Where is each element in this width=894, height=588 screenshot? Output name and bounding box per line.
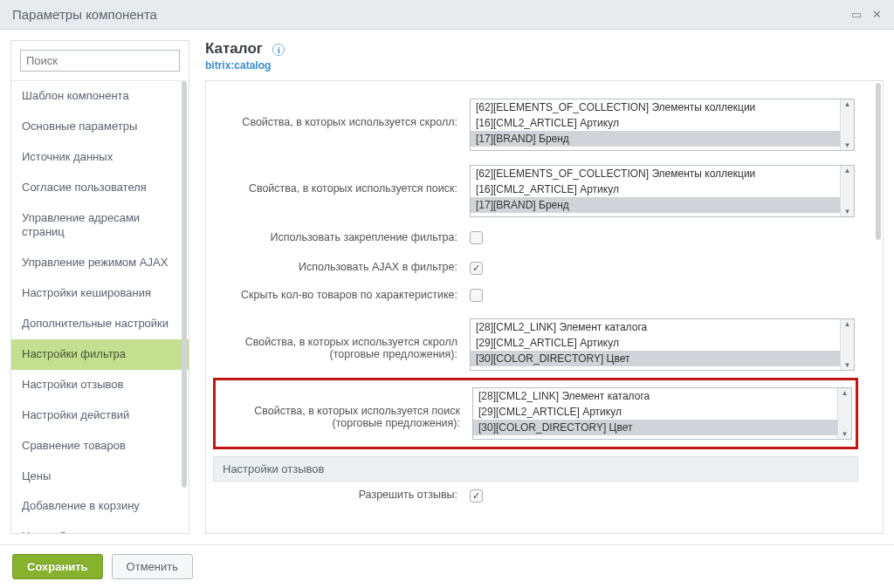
arrow-up-icon[interactable]: ▲	[842, 389, 849, 397]
dialog: Параметры компонента ▭ ✕ Шаблон компонен…	[0, 0, 894, 588]
listbox-offers-search[interactable]: [28][CML2_LINK] Элемент каталога [29][CM…	[472, 387, 852, 440]
sidebar: Шаблон компонента Основные параметры Ист…	[10, 40, 189, 534]
titlebar-controls: ▭ ✕	[851, 8, 882, 21]
row-offers-scroll: Свойства, в которых используется скролл …	[213, 311, 858, 378]
row-label: Разрешить отзывы:	[217, 489, 470, 501]
sidebar-item[interactable]: Цены	[11, 462, 189, 492]
component-code: bitrix:catalog	[205, 59, 884, 72]
row-label: Свойства, в которых используется поиск (…	[219, 387, 472, 429]
sidebar-item[interactable]: Настройки отзывов	[11, 370, 189, 400]
main-header: Каталог i bitrix:catalog	[205, 40, 884, 80]
arrow-down-icon[interactable]: ▼	[844, 361, 851, 369]
row-scroll-props: Свойства, в которых используется скролл:…	[213, 92, 858, 158]
search-input[interactable]	[20, 50, 180, 72]
sidebar-item-active[interactable]: Настройки фильтра	[11, 339, 189, 370]
row-label: Использовать закрепление фильтра:	[217, 231, 470, 243]
content: Свойства, в которых используется скролл:…	[205, 80, 884, 534]
sidebar-item[interactable]: Добавление в корзину	[11, 491, 189, 522]
row-label: Свойства, в которых используется скролл:	[217, 99, 470, 128]
checkbox-filter-pin[interactable]	[470, 231, 483, 244]
maximize-icon[interactable]: ▭	[851, 8, 862, 21]
row-label: Свойства, в которых используется скролл …	[217, 318, 470, 360]
section-reviews[interactable]: Настройки отзывов	[213, 456, 858, 482]
row-allow-reviews: Разрешить отзывы:	[213, 482, 858, 509]
checkbox-allow-reviews[interactable]	[470, 489, 483, 503]
sidebar-item[interactable]: Управление адресами страниц	[11, 203, 189, 249]
titlebar: Параметры компонента ▭ ✕	[0, 0, 894, 30]
cancel-button[interactable]: Отменить	[112, 554, 193, 579]
info-icon[interactable]: i	[272, 44, 285, 56]
sidebar-item[interactable]: Настройки поиска	[11, 522, 189, 533]
sidebar-item[interactable]: Дополнительные настройки	[11, 309, 189, 339]
arrow-up-icon[interactable]: ▲	[844, 100, 851, 108]
content-scrollbar[interactable]	[876, 83, 881, 531]
row-label: Использовать AJAX в фильтре:	[217, 261, 470, 273]
nav-scrollbar[interactable]	[182, 81, 187, 533]
sidebar-item[interactable]: Шаблон компонента	[11, 81, 189, 112]
arrow-down-icon[interactable]: ▼	[842, 430, 849, 438]
row-label: Скрыть кол-во товаров по характеристике:	[217, 289, 470, 301]
row-filter-ajax: Использовать AJAX в фильтре:	[213, 254, 858, 282]
close-icon[interactable]: ✕	[872, 8, 882, 21]
arrow-down-icon[interactable]: ▼	[844, 208, 851, 215]
search-wrap	[11, 41, 189, 80]
arrow-up-icon[interactable]: ▲	[844, 320, 851, 328]
sidebar-item[interactable]: Источник данных	[11, 142, 189, 173]
titlebar-title: Параметры компонента	[12, 7, 157, 22]
sidebar-item[interactable]: Настройки действий	[11, 400, 189, 431]
footer: Сохранить Отменить	[0, 544, 894, 588]
sidebar-item[interactable]: Сравнение товаров	[11, 431, 189, 462]
listbox-search-props[interactable]: [62][ELEMENTS_OF_COLLECTION] Элементы ко…	[470, 165, 855, 217]
arrow-down-icon[interactable]: ▼	[844, 141, 851, 149]
sidebar-item[interactable]: Согласие пользователя	[11, 173, 189, 203]
row-filter-pin: Использовать закрепление фильтра:	[213, 224, 858, 254]
main: Каталог i bitrix:catalog Свойства, в кот…	[189, 30, 894, 544]
row-search-props: Свойства, в которых используется поиск: …	[213, 158, 858, 224]
arrow-up-icon[interactable]: ▲	[844, 167, 851, 174]
page-title: Каталог	[205, 40, 263, 58]
checkbox-hide-count[interactable]	[470, 289, 483, 302]
row-offers-search-highlighted: Свойства, в которых используется поиск (…	[213, 378, 858, 449]
listbox-scroll-props[interactable]: [62][ELEMENTS_OF_COLLECTION] Элементы ко…	[470, 99, 855, 151]
row-label: Свойства, в которых используется поиск:	[217, 165, 470, 195]
sidebar-item[interactable]: Настройки кеширования	[11, 278, 189, 309]
sidebar-item[interactable]: Управление режимом AJAX	[11, 248, 189, 278]
nav-list: Шаблон компонента Основные параметры Ист…	[11, 80, 189, 533]
body: Шаблон компонента Основные параметры Ист…	[0, 30, 894, 544]
checkbox-filter-ajax[interactable]	[470, 262, 483, 275]
sidebar-item[interactable]: Основные параметры	[11, 112, 189, 142]
save-button[interactable]: Сохранить	[12, 554, 103, 579]
listbox-offers-scroll[interactable]: [28][CML2_LINK] Элемент каталога [29][CM…	[470, 318, 855, 371]
row-hide-count: Скрыть кол-во товаров по характеристике:	[213, 282, 858, 311]
